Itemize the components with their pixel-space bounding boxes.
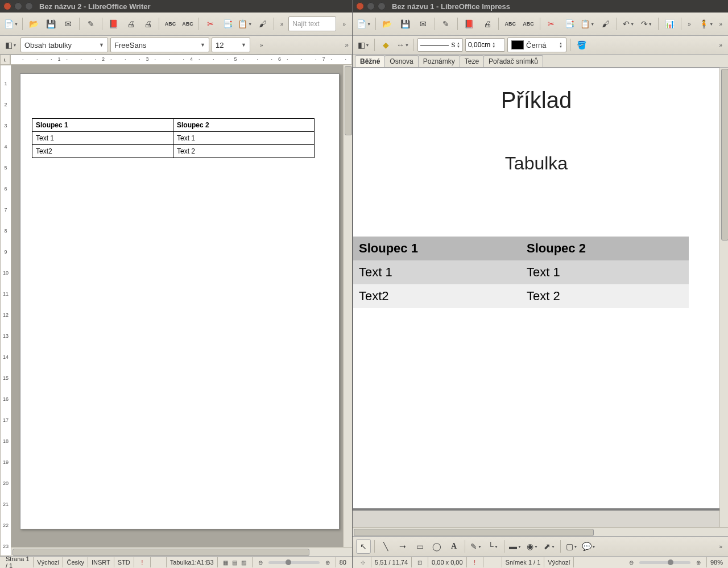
undo-button[interactable]: ↶▼ — [621, 15, 636, 32]
status-view-layout[interactable]: ▦▤▧ — [218, 557, 253, 567]
cut-button[interactable]: ✂ — [202, 15, 218, 32]
ellipse-tool-button[interactable]: ◯ — [429, 539, 444, 554]
find-toolbar-input[interactable]: Najít text — [288, 16, 336, 31]
table-toolbar-overflow[interactable]: » — [345, 41, 349, 49]
line-style-combo[interactable]: S ▲▼ — [417, 38, 463, 52]
writer-table[interactable]: Sloupec 1 Sloupec 2 Text 1 Text 1 Text2 … — [32, 118, 315, 158]
styles-window-button[interactable]: ◧▼ — [3, 38, 18, 52]
tab-slide-sorter[interactable]: Pořadač snímků — [483, 55, 543, 67]
status-language[interactable]: Česky — [63, 557, 88, 567]
email-button[interactable]: ✉ — [61, 15, 76, 32]
export-pdf-button[interactable]: 📕 — [106, 15, 121, 32]
slide-table-header[interactable]: Sloupec 2 — [521, 237, 689, 260]
font-size-combo[interactable]: 12▼ — [212, 38, 250, 52]
callouts-button[interactable]: 💬▼ — [581, 539, 596, 554]
status-slide-number[interactable]: Snímek 1 / 1 — [502, 557, 545, 567]
edit-button[interactable]: ✎ — [83, 15, 98, 32]
slide-subtitle-text[interactable]: Tabulka — [353, 153, 719, 174]
minimize-window-button[interactable] — [367, 2, 375, 10]
formatting-overflow-button[interactable]: » — [257, 39, 266, 51]
font-name-combo[interactable]: FreeSans▼ — [110, 38, 209, 52]
status-position[interactable]: 5,51 / 11,74 — [371, 557, 412, 567]
area-fill-button[interactable]: 🪣 — [574, 38, 589, 52]
status-signature[interactable] — [483, 557, 502, 567]
drawing-overflow-button[interactable]: » — [716, 541, 725, 553]
arrow-style-end-button[interactable]: ↔▼ — [395, 38, 410, 52]
print-button[interactable]: 🖨 — [479, 15, 495, 32]
copy-button[interactable]: 📑 — [220, 15, 235, 32]
autospell-abc-button[interactable]: ABC — [180, 15, 196, 32]
spelling-abc-button[interactable]: ABC — [502, 15, 518, 32]
toolbar-overflow-button[interactable]: » — [685, 18, 694, 30]
paragraph-style-combo[interactable]: Obsah tabulky▼ — [20, 38, 108, 52]
cut-button[interactable]: ✂ — [544, 15, 560, 32]
status-page[interactable]: Strana 1 / 1 — [2, 557, 34, 567]
impress-horizontal-scrollbar[interactable] — [353, 527, 728, 536]
table-cell[interactable]: Text 2 — [173, 145, 315, 158]
save-button[interactable]: 💾 — [397, 15, 413, 32]
status-page-style[interactable]: Výchozí — [34, 557, 63, 567]
paste-button[interactable]: 📋▼ — [237, 15, 253, 32]
slide-table-cell[interactable]: Text 1 — [521, 260, 689, 284]
minimize-window-button[interactable] — [14, 2, 22, 10]
email-button[interactable]: ✉ — [415, 15, 431, 32]
line-toolbar-overflow-button[interactable]: » — [716, 39, 725, 51]
horizontal-ruler[interactable]: · · ·1· · ·2· · ·3· · ·4· · ·5· · ·6· · … — [10, 55, 352, 65]
table-cell[interactable]: Text 1 — [173, 132, 315, 145]
new-document-button[interactable]: 📄▼ — [3, 15, 19, 32]
connector-tool-button[interactable]: └▼ — [486, 539, 500, 554]
line-tool-button[interactable]: ╲ — [378, 539, 393, 554]
table-header[interactable]: Sloupec 2 — [173, 119, 315, 132]
slide-table-cell[interactable]: Text 1 — [353, 260, 521, 284]
tab-normal[interactable]: Běžné — [355, 55, 385, 67]
format-paintbrush-button[interactable]: 🖌 — [255, 15, 270, 32]
spelling-abc-button[interactable]: ABC — [163, 15, 178, 32]
autospell-abc-button[interactable]: ABC — [520, 15, 536, 32]
tab-handout[interactable]: Teze — [460, 55, 484, 67]
text-tool-button[interactable]: A — [446, 539, 461, 554]
status-zoom-slider[interactable]: ⊖ ⊕ — [574, 557, 707, 567]
close-window-button[interactable] — [3, 2, 11, 10]
status-selection-mode[interactable]: STD — [114, 557, 134, 567]
slide-table-cell[interactable]: Text2 — [353, 284, 521, 308]
format-paintbrush-button[interactable]: 🖌 — [598, 15, 614, 32]
table-header[interactable]: Sloupec 1 — [32, 119, 173, 132]
maximize-window-button[interactable] — [25, 2, 33, 10]
slide-layout-button[interactable]: ◧▼ — [356, 38, 371, 52]
writer-document-area[interactable]: Sloupec 1 Sloupec 2 Text 1 Text 1 Text2 … — [11, 65, 352, 556]
print-preview-button[interactable]: 🖨 — [140, 15, 156, 32]
block-arrows-button[interactable]: ⬈▼ — [542, 539, 557, 554]
toolbar-overflow-button[interactable]: » — [278, 18, 287, 30]
search-overflow-button[interactable]: » — [340, 18, 349, 30]
status-signature[interactable] — [151, 557, 167, 567]
paste-button[interactable]: 📋▼ — [580, 15, 595, 32]
status-zoom-percent[interactable]: 80 — [336, 557, 350, 567]
vertical-ruler[interactable]: 12345678 910111213141516 171819202122232… — [0, 65, 11, 556]
table-cell[interactable]: Text2 — [32, 145, 173, 158]
tab-notes[interactable]: Poznámky — [418, 55, 460, 67]
arrow-tool-button[interactable]: ➝ — [395, 539, 410, 554]
open-button[interactable]: 📂 — [26, 15, 42, 32]
open-button[interactable]: 📂 — [379, 15, 395, 32]
slide-table[interactable]: Sloupec 1 Sloupec 2 Text 1 Text 1 Text2 … — [353, 237, 689, 308]
status-modified-icon[interactable]: ! — [467, 557, 483, 567]
status-cell-ref[interactable]: Tabulka1:A1:B3 — [167, 557, 218, 567]
vertical-scrollbar[interactable] — [343, 65, 352, 556]
arrow-style-start-button[interactable]: ◆ — [378, 38, 393, 52]
status-modified-icon[interactable]: ! — [134, 557, 151, 567]
curve-tool-button[interactable]: ✎▼ — [469, 539, 483, 554]
export-pdf-button[interactable]: 📕 — [461, 15, 477, 32]
maximize-window-button[interactable] — [378, 2, 386, 10]
slide-table-header[interactable]: Sloupec 1 — [353, 237, 521, 260]
copy-button[interactable]: 📑 — [561, 15, 577, 32]
status-page-style[interactable]: Výchozí — [544, 557, 574, 567]
print-button[interactable]: 🖨 — [123, 15, 138, 32]
impress-vertical-scrollbar[interactable] — [719, 68, 728, 536]
status-zoom-percent[interactable]: 98% — [707, 557, 726, 567]
rectangle-tool-button[interactable]: ▭ — [412, 539, 427, 554]
notes-splitter[interactable] — [353, 508, 720, 528]
basic-shapes-button[interactable]: ▬▼ — [508, 539, 523, 554]
writer-page[interactable]: Sloupec 1 Sloupec 2 Text 1 Text 1 Text2 … — [20, 73, 340, 529]
slide-title-text[interactable]: Příklad — [353, 88, 719, 113]
close-window-button[interactable] — [356, 2, 364, 10]
